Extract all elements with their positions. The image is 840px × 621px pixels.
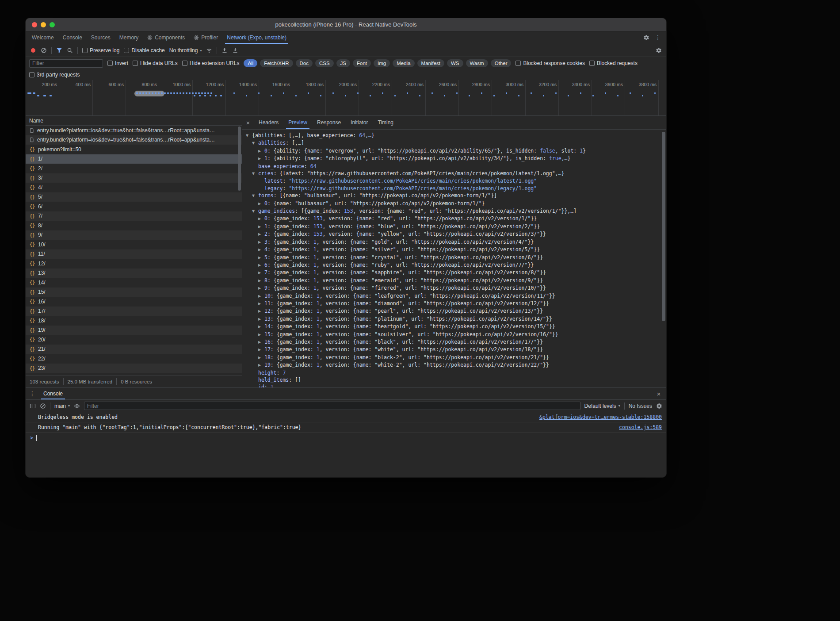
preview-line[interactable]: ▶19: {game_index: 1, version: {name: "wh… [246, 361, 660, 369]
third-party-checkbox[interactable] [29, 72, 34, 77]
settings-gear-icon[interactable] [643, 34, 649, 41]
preview-line[interactable]: ▶1: {game_index: 153, version: {name: "b… [246, 223, 660, 230]
filter-chip-fetch-xhr[interactable]: Fetch/XHR [260, 59, 293, 67]
tree-expander-icon[interactable]: ▶ [258, 155, 264, 162]
tree-expander-icon[interactable]: ▼ [252, 140, 258, 147]
request-row[interactable]: {}8/ [26, 221, 242, 230]
tree-expander-icon[interactable]: ▶ [258, 215, 264, 222]
name-column-header[interactable]: Name [26, 116, 242, 126]
close-drawer-icon[interactable]: × [653, 391, 664, 397]
preview-line[interactable]: base_experience: 64 [246, 163, 660, 170]
request-row[interactable]: {}20/ [26, 335, 242, 345]
network-settings-gear-icon[interactable] [656, 47, 662, 54]
filter-chip-doc[interactable]: Doc [296, 59, 313, 67]
request-row[interactable]: entry.bundle?platform=ios&dev=true&hot=f… [26, 135, 242, 145]
preview-line[interactable]: held_items: [] [246, 376, 660, 383]
close-window-button[interactable] [32, 22, 37, 27]
preview-line[interactable]: ▶1: {ability: {name: "chlorophyll", url:… [246, 155, 660, 162]
preview-line[interactable]: ▶9: {game_index: 1, version: {name: "fir… [246, 284, 660, 292]
request-row[interactable]: {}11/ [26, 249, 242, 259]
tree-expander-icon[interactable]: ▶ [258, 231, 264, 238]
tree-expander-icon[interactable]: ▶ [258, 339, 264, 346]
preview-line[interactable]: ▶18: {game_index: 1, version: {name: "bl… [246, 354, 660, 361]
more-options-icon[interactable]: ⋮ [654, 34, 662, 41]
tree-expander-icon[interactable]: ▶ [258, 239, 264, 246]
preview-line[interactable]: ▶16: {game_index: 1, version: {name: "bl… [246, 338, 660, 346]
blocked-cookies-checkbox[interactable] [515, 61, 521, 66]
request-list-scrollbar-thumb[interactable] [238, 126, 241, 191]
log-levels-select[interactable]: Default levels ▾ [584, 403, 620, 409]
tree-expander-icon[interactable]: ▶ [258, 277, 264, 284]
preview-line[interactable]: height: 7 [246, 369, 660, 376]
tree-expander-icon[interactable]: ▶ [258, 246, 264, 253]
tab-memory[interactable]: Memory [115, 31, 143, 44]
preview-line[interactable]: ▶13: {game_index: 1, version: {name: "pl… [246, 315, 660, 323]
request-row[interactable]: {}9/ [26, 230, 242, 240]
detail-tab-preview[interactable]: Preview [283, 116, 312, 129]
tree-expander-icon[interactable]: ▶ [258, 269, 264, 276]
tree-expander-icon[interactable]: ▼ [252, 170, 258, 177]
request-row[interactable]: {}17/ [26, 307, 242, 316]
preview-scrollbar-thumb[interactable] [662, 132, 665, 321]
tree-expander-icon[interactable]: ▶ [258, 362, 264, 369]
request-row[interactable]: {}10/ [26, 240, 242, 249]
tree-expander-icon[interactable]: ▶ [258, 223, 264, 230]
tab-welcome[interactable]: Welcome [27, 31, 58, 44]
tree-expander-icon[interactable]: ▶ [258, 316, 264, 323]
filter-chip-ws[interactable]: WS [447, 59, 463, 67]
detail-tab-timing[interactable]: Timing [373, 116, 398, 129]
close-detail-icon[interactable]: × [242, 119, 254, 126]
tree-expander-icon[interactable]: ▶ [258, 293, 264, 300]
preview-line[interactable]: ▶15: {game_index: 1, version: {name: "so… [246, 331, 660, 338]
preview-line[interactable]: ▶7: {game_index: 1, version: {name: "sap… [246, 269, 660, 276]
minimize-window-button[interactable] [41, 22, 46, 27]
console-settings-gear-icon[interactable] [656, 403, 662, 409]
hide-data-urls-checkbox[interactable] [133, 61, 138, 66]
preview-line[interactable]: ▶12: {game_index: 1, version: {name: "pe… [246, 307, 660, 315]
filter-chip-font[interactable]: Font [353, 59, 371, 67]
request-row[interactable]: {}19/ [26, 326, 242, 335]
request-row[interactable]: {}7/ [26, 211, 242, 221]
filter-chip-all[interactable]: All [244, 59, 257, 67]
request-row[interactable]: {}16/ [26, 297, 242, 307]
preview-line[interactable]: ▶0: {name: "bulbasaur", url: "https://po… [246, 200, 660, 207]
tree-expander-icon[interactable]: ▶ [258, 254, 264, 261]
tree-expander-icon[interactable]: ▶ [258, 346, 264, 353]
filter-chip-js[interactable]: JS [336, 59, 350, 67]
preserve-log-checkbox[interactable] [82, 48, 88, 53]
preview-line[interactable]: ▼game_indices: [{game_index: 153, versio… [246, 207, 660, 215]
request-row[interactable]: {}5/ [26, 192, 242, 202]
console-source-link[interactable]: &platform=ios&dev=tr…ermes-stable:158800 [539, 414, 662, 420]
import-har-icon[interactable] [221, 47, 228, 54]
drawer-tab-console[interactable]: Console [39, 388, 67, 399]
request-row[interactable]: {}1/ [26, 154, 242, 164]
export-har-icon[interactable] [232, 47, 238, 54]
blocked-requests-checkbox[interactable] [589, 61, 595, 66]
preview-line[interactable]: ▶2: {game_index: 153, version: {name: "y… [246, 230, 660, 238]
tree-expander-icon[interactable]: ▶ [258, 323, 264, 330]
tree-expander-icon[interactable]: ▶ [258, 148, 264, 155]
execution-context-select[interactable]: main ▾ [54, 403, 70, 409]
tab-components[interactable]: Components [143, 31, 189, 44]
request-row[interactable]: {}14/ [26, 278, 242, 288]
request-row[interactable]: {}12/ [26, 259, 242, 268]
preview-line[interactable]: ▼cries: {latest: "https://raw.githubuser… [246, 170, 660, 177]
preview-line[interactable]: ▶17: {game_index: 1, version: {name: "wh… [246, 346, 660, 353]
preview-line[interactable]: ▶3: {game_index: 1, version: {name: "gol… [246, 238, 660, 246]
tree-expander-icon[interactable]: ▶ [258, 200, 264, 207]
hide-extension-urls-checkbox[interactable] [182, 61, 187, 66]
tab-network-expo-unstable[interactable]: Network (Expo, unstable) [222, 31, 291, 44]
tree-expander-icon[interactable]: ▼ [252, 208, 258, 215]
request-row[interactable]: {}2/ [26, 164, 242, 173]
filter-chip-css[interactable]: CSS [315, 59, 334, 67]
preview-line[interactable]: latest: "https://raw.githubusercontent.c… [246, 177, 660, 184]
filter-chip-other[interactable]: Other [491, 59, 512, 67]
request-row[interactable]: {}pokemon?limit=50 [26, 145, 242, 154]
preview-line[interactable]: ▶0: {ability: {name: "overgrow", url: "h… [246, 147, 660, 155]
live-expression-eye-icon[interactable] [74, 403, 80, 409]
request-row[interactable]: {}22/ [26, 354, 242, 364]
tree-expander-icon[interactable]: ▶ [258, 262, 264, 269]
detail-tab-initiator[interactable]: Initiator [346, 116, 373, 129]
tab-profiler[interactable]: Profiler [189, 31, 222, 44]
console-filter-input[interactable] [84, 402, 580, 410]
